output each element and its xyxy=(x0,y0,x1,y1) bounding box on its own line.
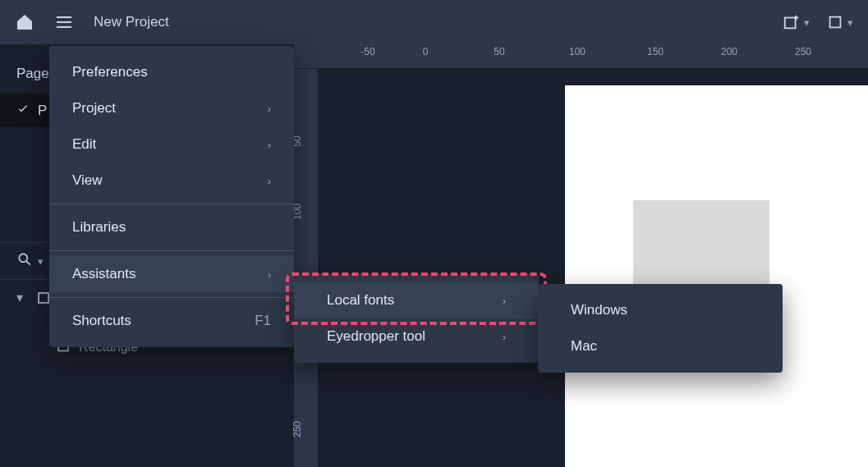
chevron-right-icon: › xyxy=(268,268,271,281)
chevron-down-icon: ▾ xyxy=(804,16,810,29)
menu-label: Libraries xyxy=(72,219,126,236)
ruler-vertical: 50 100 250 xyxy=(294,69,319,467)
hamburger-menu-icon[interactable] xyxy=(54,12,74,32)
ruler-tick: -50 xyxy=(361,46,374,57)
ruler-tick: 250 xyxy=(292,414,303,434)
submenu-localfonts: Windows Mac xyxy=(538,284,783,373)
ruler-horizontal: -50 0 50 100 150 200 250 xyxy=(294,44,868,69)
svg-rect-3 xyxy=(39,293,48,303)
main-menu: Preferences Project › Edit › View › Libr… xyxy=(49,46,294,347)
topbar-left: New Project xyxy=(15,12,169,32)
menu-item-local-fonts[interactable]: Local fonts › xyxy=(294,282,539,318)
menu-item-eyedropper[interactable]: Eyedropper tool › xyxy=(294,318,539,355)
home-icon[interactable] xyxy=(15,12,34,32)
menu-label: Shortcuts xyxy=(72,313,131,329)
svg-rect-1 xyxy=(830,17,841,28)
chevron-down-icon[interactable]: ▾ xyxy=(38,255,44,268)
menu-label: View xyxy=(72,172,103,189)
menu-separator xyxy=(49,250,294,251)
menu-item-view[interactable]: View › xyxy=(49,163,294,199)
topbar: New Project ▾ ▾ xyxy=(0,0,868,44)
chevron-down-icon: ▾ xyxy=(847,16,853,29)
menu-item-assistants[interactable]: Assistants › xyxy=(49,256,294,292)
menu-label: Assistants xyxy=(72,266,135,282)
ruler-tick: 250 xyxy=(795,46,811,57)
svg-rect-0 xyxy=(785,18,796,29)
expand-caret-icon[interactable]: ▾ xyxy=(16,290,28,305)
menu-item-libraries[interactable]: Libraries xyxy=(49,209,294,245)
canvas-area[interactable]: -50 0 50 100 150 200 250 50 100 250 xyxy=(294,44,868,467)
search-icon[interactable] xyxy=(16,251,33,271)
menu-label: Mac xyxy=(571,338,597,355)
ruler-tick: 150 xyxy=(647,46,664,57)
ruler-tick: 0 xyxy=(423,46,429,57)
menu-separator xyxy=(49,204,294,204)
menu-label: Eyedropper tool xyxy=(327,328,425,345)
menu-item-edit[interactable]: Edit › xyxy=(49,126,294,163)
ruler-tick: 100 xyxy=(569,46,586,57)
svg-point-2 xyxy=(19,254,27,262)
ruler-tick: 50 xyxy=(494,46,504,57)
menu-label: Preferences xyxy=(72,64,148,80)
chevron-right-icon: › xyxy=(503,331,506,343)
menu-label: Project xyxy=(72,100,116,117)
menu-label: Local fonts xyxy=(327,292,394,309)
menu-item-preferences[interactable]: Preferences xyxy=(49,54,294,90)
menu-label: Windows xyxy=(571,302,627,318)
menu-label: Edit xyxy=(72,136,96,153)
menu-item-mac[interactable]: Mac xyxy=(538,328,783,364)
shortcut-key: F1 xyxy=(255,313,271,329)
menu-separator xyxy=(49,297,294,298)
canvas-inner[interactable] xyxy=(319,69,868,467)
project-title: New Project xyxy=(94,14,169,30)
menu-item-project[interactable]: Project › xyxy=(49,90,294,126)
check-icon xyxy=(16,102,30,119)
rectangle-shape[interactable] xyxy=(633,200,769,287)
add-artboard-button[interactable]: ▾ xyxy=(783,13,810,31)
ruler-tick: 200 xyxy=(721,46,737,57)
chevron-right-icon: › xyxy=(503,295,506,307)
chevron-right-icon: › xyxy=(268,103,271,115)
chevron-right-icon: › xyxy=(268,175,271,187)
chevron-right-icon: › xyxy=(268,139,271,151)
page-name: P xyxy=(38,103,47,119)
menu-item-shortcuts[interactable]: Shortcuts F1 xyxy=(49,303,294,339)
menu-item-windows[interactable]: Windows xyxy=(538,292,783,328)
topbar-right: ▾ ▾ xyxy=(783,13,853,31)
submenu-assistants: Local fonts › Eyedropper tool › xyxy=(294,274,539,363)
artboard-tool-button[interactable]: ▾ xyxy=(826,13,853,31)
